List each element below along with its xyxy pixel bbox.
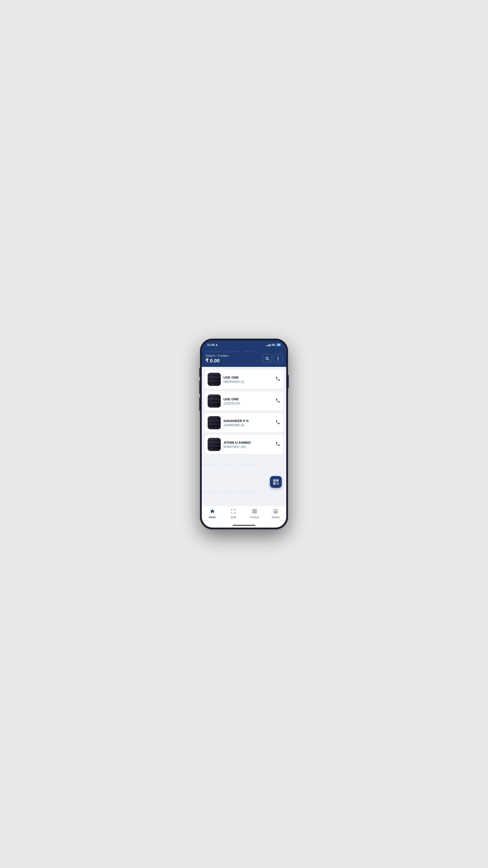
power-button [288, 375, 289, 388]
svg-rect-20 [253, 509, 254, 510]
svg-marker-0 [216, 344, 218, 346]
svg-rect-28 [275, 510, 276, 513]
svg-rect-18 [278, 484, 279, 485]
header-watermark: AppScreens AppScreens AppScreens [205, 350, 283, 353]
orders-today: Today's : 0 orders [205, 354, 228, 358]
call-button[interactable] [275, 420, 281, 426]
svg-rect-17 [277, 483, 279, 484]
product-icon [252, 509, 257, 515]
phone-screen: 11:50 4G 36 AppScreens A [202, 340, 286, 528]
svg-rect-23 [255, 509, 256, 510]
nav-label-activity: Activity [272, 516, 280, 519]
scan-icon [231, 509, 236, 515]
svg-rect-15 [276, 483, 277, 484]
nav-label-product: Product [250, 516, 259, 519]
qr-code-icon [273, 479, 279, 485]
location-icon [216, 344, 218, 346]
customer-list: USE ONE 0987654321 (1) USE O [204, 370, 284, 454]
svg-line-2 [268, 359, 269, 360]
search-button[interactable] [263, 354, 272, 363]
avatar-texture [207, 416, 221, 429]
avatar [207, 373, 221, 386]
call-button[interactable] [275, 376, 281, 382]
header-content: Today's : 0 orders ₹ 0.00 [205, 354, 283, 364]
customer-card[interactable]: SANSHEER P K 1234567893 (3) [204, 413, 284, 432]
svg-rect-22 [253, 513, 254, 513]
signal-bar-3 [269, 344, 269, 346]
activity-svg [273, 509, 278, 514]
avatar [207, 438, 221, 451]
customer-phone: 9746573617 (10) [223, 445, 273, 448]
svg-rect-29 [276, 511, 277, 513]
customer-name: SANSHEER P K [223, 419, 273, 423]
customer-phone: 1234567893 (3) [223, 423, 273, 427]
main-content: AppScreensAppScreensAppScreens AppScreen… [202, 367, 286, 506]
customer-info: USE ONE 1231231230 [223, 397, 273, 405]
total-amount: ₹ 0.00 [205, 358, 228, 364]
header-actions [263, 354, 283, 363]
signal-icon [266, 344, 270, 346]
svg-rect-19 [277, 484, 278, 485]
time-display: 11:50 [207, 343, 215, 346]
svg-rect-13 [277, 483, 278, 483]
customer-card[interactable]: USE ONE 0987654321 (1) [204, 370, 284, 389]
customer-info: SANSHEER P K 1234567893 (3) [223, 419, 273, 427]
phone-device: 11:50 4G 36 AppScreens A [200, 339, 288, 529]
nav-item-activity[interactable]: Activity [265, 508, 287, 520]
customer-phone: 1231231230 [223, 402, 273, 405]
avatar-texture [207, 373, 221, 386]
nav-label-home: Home [209, 516, 216, 519]
phone-icon [275, 420, 281, 425]
app-header: AppScreens AppScreens AppScreens Today's… [202, 348, 286, 367]
home-bar [233, 525, 255, 526]
more-options-button[interactable] [273, 354, 283, 363]
svg-rect-12 [276, 483, 277, 483]
avatar [207, 395, 221, 408]
svg-point-3 [278, 357, 279, 358]
nav-item-product[interactable]: Product [244, 508, 265, 520]
status-indicators: 4G 36 [266, 343, 281, 346]
signal-bar-2 [267, 345, 268, 346]
customer-name: JITHIN U AHMED [223, 440, 273, 444]
home-indicator [202, 523, 286, 528]
phone-icon [275, 398, 281, 403]
call-button[interactable] [275, 398, 281, 404]
svg-rect-24 [255, 511, 256, 512]
nav-label-scan: Scan [231, 516, 236, 519]
customer-info: USE ONE 0987654321 (1) [223, 375, 273, 383]
svg-rect-16 [276, 484, 277, 485]
svg-rect-7 [274, 480, 275, 481]
search-icon [265, 356, 269, 361]
customer-phone: 0987654321 (1) [223, 380, 273, 383]
svg-rect-14 [278, 483, 279, 483]
customer-name: USE ONE [223, 375, 273, 379]
phone-icon [275, 376, 281, 381]
volume-up-button [199, 380, 200, 394]
volume-down-button [199, 397, 200, 411]
header-info: Today's : 0 orders ₹ 0.00 [205, 354, 228, 364]
home-icon [210, 509, 215, 515]
signal-bar-4 [270, 344, 270, 346]
scan-svg [231, 509, 236, 514]
customer-name: USE ONE [223, 397, 273, 401]
customer-card[interactable]: USE ONE 1231231230 [204, 391, 284, 411]
svg-rect-9 [277, 480, 278, 481]
call-button[interactable] [275, 441, 281, 447]
more-icon [278, 357, 279, 360]
status-time: 11:50 [207, 343, 218, 346]
customer-info: JITHIN U AHMED 9746573617 (10) [223, 440, 273, 448]
avatar-texture [207, 395, 221, 408]
status-bar: 11:50 4G 36 [202, 340, 286, 348]
svg-rect-11 [274, 483, 275, 484]
nav-item-scan[interactable]: Scan [223, 508, 244, 520]
product-svg [252, 509, 257, 514]
svg-point-5 [278, 360, 279, 360]
nav-item-home[interactable]: Home [202, 508, 223, 520]
activity-icon [273, 509, 278, 515]
svg-rect-21 [253, 511, 254, 512]
qr-scan-fab[interactable] [270, 476, 282, 488]
bottom-navigation: Home Scan [202, 506, 286, 523]
home-svg [210, 509, 215, 514]
customer-card[interactable]: JITHIN U AHMED 9746573617 (10) [204, 435, 284, 454]
battery-level: 36 [276, 343, 281, 346]
